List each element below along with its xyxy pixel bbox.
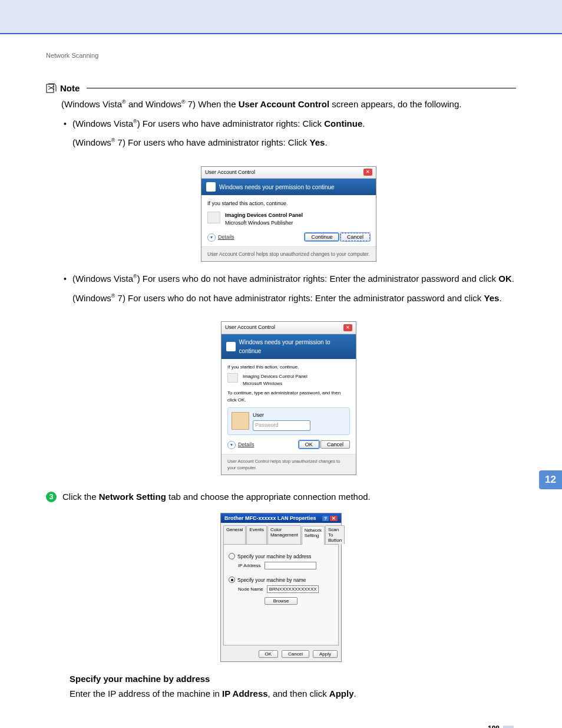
program-name: Imaging Devices Control Panel xyxy=(225,212,303,220)
uac-dialog-1: User Account Control ✕ 🛡 Windows needs y… xyxy=(201,166,376,262)
cancel-button[interactable]: Cancel xyxy=(282,650,309,658)
properties-dialog: Brother MFC-xxxxxx LAN Properties ? ✕ Ge… xyxy=(220,513,342,662)
program-name: Imaging Devices Control Panel xyxy=(243,373,308,380)
radio-by-address[interactable]: Specify your machine by address xyxy=(229,553,333,559)
continue-button[interactable]: Continue xyxy=(305,233,339,241)
banner-text: Windows needs your permission to continu… xyxy=(219,183,335,192)
details-expander[interactable]: ▾ Details xyxy=(227,441,254,449)
close-icon[interactable]: ✕ xyxy=(343,324,352,331)
password-panel: User Password xyxy=(227,407,350,435)
publisher: Microsoft Windows xyxy=(243,380,308,387)
bullet-dot: • xyxy=(64,272,67,285)
dialog-title: User Account Control xyxy=(225,324,275,332)
header-bar xyxy=(0,0,562,34)
tab-general[interactable]: General xyxy=(223,525,246,544)
spec-heading: Specify your machine by address xyxy=(70,674,516,684)
chevron-down-icon: ▾ xyxy=(227,441,236,449)
details-expander[interactable]: ▾ Details xyxy=(207,233,234,242)
bullet-1-line1: (Windows Vista®) For users who have admi… xyxy=(72,117,516,131)
shield-icon: 🛡 xyxy=(206,182,216,192)
tabs: General Events Color Management Network … xyxy=(221,523,341,544)
cancel-button[interactable]: Cancel xyxy=(340,233,370,241)
ok-button[interactable]: OK xyxy=(259,650,279,658)
close-icon[interactable]: ✕ xyxy=(330,516,338,521)
bullet-2: • (Windows Vista®) For users who do not … xyxy=(61,272,516,311)
breadcrumb: Network Scanning xyxy=(46,52,516,59)
node-label: Node Name xyxy=(238,587,263,592)
shield-icon: 🛡 xyxy=(226,342,236,351)
dialog-titlebar: User Account Control ✕ xyxy=(201,167,376,179)
note-intro: (Windows Vista® and Windows® 7) When the… xyxy=(61,98,516,111)
step-3: 3 Click the Network Setting tab and choo… xyxy=(46,492,516,502)
program-icon xyxy=(207,212,220,223)
bullet-dot: • xyxy=(64,117,67,130)
page-number: 198 xyxy=(46,724,516,728)
radio-icon xyxy=(229,577,235,583)
bullet-2-line1: (Windows Vista®) For users who do not ha… xyxy=(72,272,516,286)
ip-label: IP Address xyxy=(238,563,261,568)
publisher: Microsoft Windows Publisher xyxy=(225,219,303,228)
radio-by-name[interactable]: Specify your machine by name xyxy=(229,577,333,583)
program-icon xyxy=(227,373,238,383)
dialog-footer: User Account Control helps stop unauthor… xyxy=(222,454,356,475)
bullet-2-line2: (Windows® 7) For users who do not have a… xyxy=(72,292,516,305)
step-3-text: Click the Network Setting tab and choose… xyxy=(62,492,371,502)
tab-network-setting[interactable]: Network Setting xyxy=(302,526,325,545)
bullet-1: • (Windows Vista®) For users who have ad… xyxy=(61,117,516,156)
apply-button[interactable]: Apply xyxy=(313,650,338,658)
dialog-title: Brother MFC-xxxxxx LAN Properties xyxy=(224,515,316,521)
avatar xyxy=(232,412,249,430)
note-header: Note xyxy=(46,83,516,93)
banner-text: Windows needs your permission to continu… xyxy=(239,338,351,355)
tab-events[interactable]: Events xyxy=(246,525,266,544)
bullet-1-line2: (Windows® 7) For users who have administ… xyxy=(72,136,516,150)
close-icon[interactable]: ✕ xyxy=(363,169,372,176)
dialog-line1: If you started this action, continue. xyxy=(207,200,370,208)
spec-body: Enter the IP address of the machine in I… xyxy=(70,687,516,701)
cancel-button[interactable]: Cancel xyxy=(320,440,350,449)
dialog-titlebar: Brother MFC-xxxxxx LAN Properties ? ✕ xyxy=(221,513,341,523)
tab-scan-to[interactable]: Scan To Button xyxy=(325,525,345,544)
chevron-down-icon: ▾ xyxy=(207,233,216,242)
page-content: Network Scanning Note (Windows Vista® an… xyxy=(0,34,562,728)
dialog-line1: If you started this action, continue. xyxy=(227,364,350,371)
password-input[interactable]: Password xyxy=(253,420,310,431)
ok-button[interactable]: OK xyxy=(299,440,319,449)
ip-input[interactable] xyxy=(265,562,316,569)
dialog-banner: 🛡 Windows needs your permission to conti… xyxy=(222,334,356,359)
uac-dialog-2: User Account Control ✕ 🛡 Windows needs y… xyxy=(221,321,356,475)
dialog-titlebar: User Account Control ✕ xyxy=(222,322,356,334)
dialog-footer: User Account Control helps stop unauthor… xyxy=(201,246,376,262)
dialog-banner: 🛡 Windows needs your permission to conti… xyxy=(201,179,376,195)
help-icon[interactable]: ? xyxy=(322,516,329,521)
section-badge: 12 xyxy=(539,470,562,489)
radio-icon xyxy=(229,553,235,559)
note-body: (Windows Vista® and Windows® 7) When the… xyxy=(61,98,516,475)
dialog-instruction: To continue, type an administrator passw… xyxy=(227,390,350,404)
note-label: Note xyxy=(60,83,80,93)
tab-color[interactable]: Color Management xyxy=(267,525,301,544)
dialog-title: User Account Control xyxy=(205,169,255,177)
note-divider xyxy=(87,88,516,88)
step-badge: 3 xyxy=(46,492,57,502)
browse-button[interactable]: Browse xyxy=(265,597,298,605)
note-icon xyxy=(46,83,57,93)
username: User xyxy=(253,411,346,420)
node-input[interactable]: BRNXXXXXXXXXXXX xyxy=(267,585,319,593)
